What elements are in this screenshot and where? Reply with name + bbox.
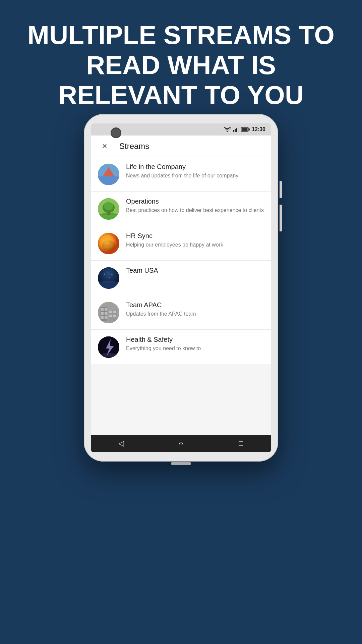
stream-item[interactable]: Life in the Company News and updates fro… bbox=[91, 157, 271, 192]
svg-point-21 bbox=[108, 272, 108, 273]
svg-point-18 bbox=[103, 238, 110, 245]
stream-info: Team USA bbox=[126, 267, 264, 276]
svg-point-22 bbox=[112, 274, 113, 275]
svg-point-23 bbox=[103, 279, 103, 279]
stream-desc: Helping our employees be happy at work bbox=[126, 241, 264, 249]
phone-outer-shell: 12:30 × Streams bbox=[84, 114, 278, 462]
phone-screen: 12:30 × Streams bbox=[91, 123, 271, 452]
stream-name: Life in the Company bbox=[126, 163, 264, 171]
stream-avatar-operations bbox=[98, 198, 119, 220]
wifi-icon bbox=[224, 127, 231, 132]
stream-avatar-life bbox=[98, 164, 119, 185]
svg-rect-30 bbox=[105, 308, 107, 311]
svg-rect-37 bbox=[113, 311, 116, 313]
svg-rect-1 bbox=[235, 129, 236, 132]
svg-point-14 bbox=[104, 202, 113, 210]
stream-list: Life in the Company News and updates fro… bbox=[91, 157, 271, 435]
phone-camera bbox=[111, 127, 121, 138]
status-icons: 12:30 bbox=[224, 126, 265, 132]
phone-home-btn bbox=[171, 462, 191, 465]
svg-rect-3 bbox=[238, 127, 239, 132]
hero-heading: MULTIPLE STREAMS TO READ WHAT IS RELEVAN… bbox=[0, 20, 362, 110]
svg-rect-31 bbox=[101, 312, 104, 315]
stream-info: Health & Safety Everything you need to k… bbox=[126, 336, 264, 352]
stream-name: Team USA bbox=[126, 267, 264, 274]
stream-item[interactable]: Health & Safety Everything you need to k… bbox=[91, 330, 271, 364]
stream-item[interactable]: HR Sync Helping our employees be happy a… bbox=[91, 226, 271, 261]
svg-point-42 bbox=[99, 353, 118, 357]
stream-desc: News and updates from the life of our co… bbox=[126, 172, 264, 179]
svg-rect-2 bbox=[236, 128, 237, 132]
svg-rect-6 bbox=[249, 128, 250, 130]
svg-rect-38 bbox=[109, 315, 112, 317]
stream-avatar-team-apac bbox=[98, 302, 119, 323]
battery-icon bbox=[241, 127, 250, 132]
svg-point-24 bbox=[114, 279, 114, 279]
svg-rect-0 bbox=[233, 130, 234, 132]
stream-name: Team APAC bbox=[126, 301, 264, 309]
stream-info: Operations Best practices on how to deli… bbox=[126, 198, 264, 214]
svg-rect-34 bbox=[105, 316, 107, 319]
svg-rect-32 bbox=[105, 312, 107, 315]
stream-info: Life in the Company News and updates fro… bbox=[126, 163, 264, 179]
nav-home-button[interactable] bbox=[171, 439, 191, 448]
svg-rect-39 bbox=[113, 315, 116, 317]
stream-info: Team APAC Updates from the APAC team bbox=[126, 301, 264, 318]
header-title: Streams bbox=[119, 142, 149, 151]
stream-name: Health & Safety bbox=[126, 336, 264, 343]
stream-name: Operations bbox=[126, 198, 264, 205]
svg-rect-33 bbox=[101, 316, 104, 319]
stream-item[interactable]: Operations Best practices on how to deli… bbox=[91, 192, 271, 226]
phone-button-right-1 bbox=[280, 181, 282, 198]
stream-desc: Everything you need to know to bbox=[126, 345, 264, 352]
svg-rect-5 bbox=[242, 128, 248, 131]
svg-rect-29 bbox=[101, 308, 104, 311]
svg-rect-36 bbox=[109, 311, 112, 313]
stream-info: HR Sync Helping our employees be happy a… bbox=[126, 232, 264, 249]
stream-avatar-hr bbox=[98, 233, 119, 254]
status-time: 12:30 bbox=[252, 126, 265, 132]
phone-button-right-2 bbox=[280, 205, 282, 231]
stream-avatar-team-usa bbox=[98, 267, 119, 289]
stream-name: HR Sync bbox=[126, 232, 264, 240]
stream-item[interactable]: Team USA bbox=[91, 261, 271, 295]
app-header: × Streams bbox=[91, 136, 271, 157]
svg-point-25 bbox=[109, 277, 110, 278]
svg-rect-15 bbox=[98, 215, 119, 220]
nav-recent-button[interactable] bbox=[231, 439, 251, 448]
stream-item[interactable]: Team APAC Updates from the APAC team bbox=[91, 295, 271, 330]
close-button[interactable]: × bbox=[98, 141, 111, 151]
svg-rect-9 bbox=[98, 176, 119, 185]
signal-icon bbox=[233, 127, 239, 132]
stream-avatar-health bbox=[98, 336, 119, 358]
nav-back-button[interactable] bbox=[111, 439, 131, 448]
stream-desc: Best practices on how to deliver best ex… bbox=[126, 207, 264, 214]
svg-point-20 bbox=[104, 274, 105, 275]
stream-desc: Updates from the APAC team bbox=[126, 310, 264, 318]
bottom-nav bbox=[91, 435, 271, 452]
phone-mockup: 12:30 × Streams bbox=[84, 114, 278, 462]
svg-point-26 bbox=[98, 281, 119, 289]
